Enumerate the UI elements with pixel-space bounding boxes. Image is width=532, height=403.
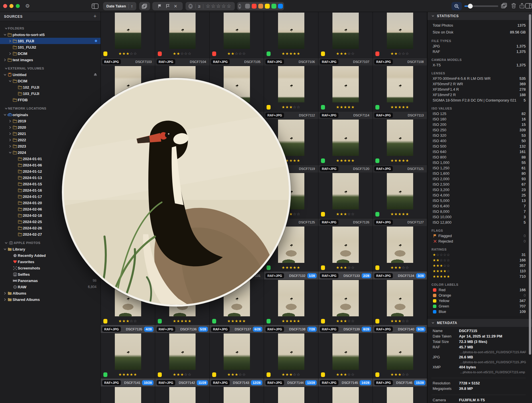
grid-cell-dscf7113[interactable]: ★★★★★RAF+JPGDSCF7113 (373, 65, 427, 119)
photo-thumbnail[interactable] (332, 227, 359, 263)
grid-cell-dscf7114[interactable]: ★★★★★RAF+JPGDSCF7114 (318, 65, 373, 119)
chevron-icon[interactable] (8, 52, 12, 55)
greater-equal-icon[interactable]: ≥ (198, 4, 200, 9)
chevron-icon[interactable] (4, 107, 8, 110)
photo-thumbnail[interactable] (387, 333, 413, 370)
sidebar-item-panoramas[interactable]: Panoramas98 (0, 277, 101, 284)
color-label-chip-green[interactable] (375, 105, 379, 110)
rating-stat-row[interactable]: ★★☆☆☆166 (431, 257, 526, 263)
grid-cell-dscf7143[interactable]: ★★★☆☆RAF+JPGDSCF714312/28 (210, 333, 264, 386)
stat-row[interactable]: ISO 500132 (431, 144, 526, 149)
star-rating[interactable]: ★★★☆☆ (227, 372, 246, 377)
sidebar-item-dcim[interactable]: DCIM (0, 78, 101, 84)
color-label-stat-row[interactable]: Yellow347 (431, 298, 526, 303)
photo-thumbnail[interactable] (332, 13, 359, 49)
chevron-icon[interactable] (8, 120, 12, 122)
stat-row[interactable]: ISO 32053 (431, 133, 526, 138)
sidebar-item-102-fuji[interactable]: 102_FUJI (0, 84, 101, 90)
color-label-stat-row[interactable]: Blue109 (431, 309, 526, 314)
sidebar-section-folders[interactable]: FOLDERS (0, 25, 101, 31)
stat-row[interactable]: ISO 6,4007 (431, 203, 526, 209)
photo-thumbnail[interactable] (115, 387, 141, 403)
color-label-chip-green[interactable] (267, 265, 271, 270)
stack-icon-right[interactable] (501, 3, 507, 9)
color-label-chip-yellow[interactable] (321, 372, 325, 377)
rating-stat-row[interactable]: ★★★☆☆357 (431, 263, 526, 268)
stat-row[interactable]: XF35mmF1.4 R278 (431, 87, 526, 92)
photo-thumbnail[interactable] (169, 13, 196, 49)
color-swatch-1[interactable] (252, 4, 257, 9)
photo-thumbnail[interactable] (332, 173, 359, 209)
color-label-chip-yellow[interactable] (321, 319, 325, 323)
stat-row[interactable]: ISO 8,0007 (431, 209, 526, 214)
star-rating[interactable]: ★★☆☆☆ (173, 51, 192, 56)
color-label-chip-green[interactable] (375, 212, 379, 217)
photo-thumbnail[interactable] (278, 387, 304, 403)
photo-thumbnail[interactable] (332, 120, 359, 156)
chevron-icon[interactable] (8, 145, 12, 148)
sidebar-item-photos-to-sort-xt5[interactable]: photos-to-sort-xt5 (0, 31, 101, 38)
grid-cell-dscf7141[interactable]: ★★★★★RAF+JPGDSCF714110/28 (101, 333, 155, 386)
color-label-chip-yellow[interactable] (375, 372, 379, 377)
color-label-chip-green[interactable] (321, 158, 325, 163)
color-label-chip-yellow[interactable] (267, 105, 271, 110)
color-label-chip-yellow[interactable] (321, 51, 325, 56)
star-rating[interactable]: ★★★☆☆ (336, 372, 355, 377)
color-label-chip-yellow[interactable] (375, 265, 379, 270)
sidebar-item-test-images[interactable]: test images (0, 57, 101, 63)
photo-thumbnail[interactable] (387, 120, 413, 156)
grid-cell-dscf7145[interactable]: ★★★☆☆RAF+JPGDSCF714514/28 (318, 333, 373, 386)
chevron-icon[interactable] (3, 74, 7, 76)
photo-thumbnail[interactable] (224, 387, 250, 403)
stat-row[interactable]: ISO 20015 (431, 122, 526, 127)
grid-cell-dscf7112[interactable]: ★★★☆☆RAF+JPGDSCF7112 (264, 65, 318, 119)
star-rating[interactable]: ★★★★★ (282, 319, 301, 323)
grid-cell[interactable] (318, 386, 373, 403)
photo-thumbnail[interactable] (387, 280, 413, 316)
photo-thumbnail[interactable] (387, 387, 413, 403)
star-rating[interactable]: ★★★☆☆ (391, 319, 409, 323)
star-rating[interactable]: ★★★★★ (119, 372, 137, 377)
stat-row[interactable]: ISO 5,00013 (431, 198, 526, 203)
stat-row[interactable]: ISO 3,20023 (431, 187, 526, 192)
reject-x-icon[interactable]: ✕ (174, 4, 178, 9)
star-rating[interactable]: ★★★★★ (173, 319, 192, 323)
trash-icon[interactable] (511, 3, 516, 9)
photo-thumbnail[interactable] (169, 333, 196, 370)
chevron-icon[interactable] (8, 126, 12, 129)
sidebar-section-external-volumes[interactable]: EXTERNAL VOLUMES (0, 65, 101, 72)
star-rating[interactable]: ★★☆☆☆ (391, 51, 409, 56)
star-rating[interactable]: ★★★☆☆ (391, 265, 409, 270)
clear-color-filter-icon[interactable]: ✕ (238, 4, 241, 9)
star-rating[interactable]: ★★★★★ (391, 212, 409, 216)
stat-row[interactable]: X-T51,375 (431, 62, 526, 68)
color-label-chip-yellow[interactable] (321, 212, 325, 217)
flag-outline-icon[interactable] (166, 4, 170, 8)
grid-cell-dscf7106[interactable]: ★★★★★RAF+JPGDSCF7106 (264, 12, 318, 65)
photo-thumbnail[interactable] (332, 280, 359, 316)
zoom-slider[interactable] (464, 5, 498, 7)
photo-thumbnail[interactable] (278, 280, 304, 316)
star-rating[interactable]: ★★★☆☆ (336, 212, 355, 216)
photo-thumbnail[interactable] (332, 66, 359, 102)
color-label-chip-yellow[interactable] (267, 372, 271, 377)
color-label-chip-yellow[interactable] (375, 319, 379, 323)
star-rating[interactable]: ★★★★★ (336, 105, 355, 109)
sidebar-item-101-fuji2[interactable]: 101_FUJI2 (0, 44, 101, 50)
chevron-icon[interactable] (8, 40, 12, 42)
stat-row[interactable]: ISO 4,00025 (431, 192, 526, 198)
chevron-icon[interactable] (4, 27, 8, 30)
star-rating[interactable]: ★★★☆☆ (336, 265, 355, 270)
stat-row[interactable]: ISO 40050 (431, 138, 526, 144)
grid-cell[interactable] (155, 386, 210, 403)
add-source-button[interactable]: + (93, 13, 96, 19)
stat-row[interactable]: ISO 640161 (431, 149, 526, 154)
share-export-icon[interactable] (519, 3, 525, 9)
photo-thumbnail[interactable] (387, 13, 413, 49)
photo-thumbnail[interactable] (169, 387, 196, 403)
chevron-icon[interactable] (3, 298, 7, 301)
stat-row[interactable]: ISO 250339 (431, 127, 526, 133)
star-rating[interactable]: ★★★★★ (391, 158, 409, 163)
photo-thumbnail[interactable] (224, 333, 250, 370)
stat-row[interactable]: XF18mmF2 R188 (431, 92, 526, 98)
